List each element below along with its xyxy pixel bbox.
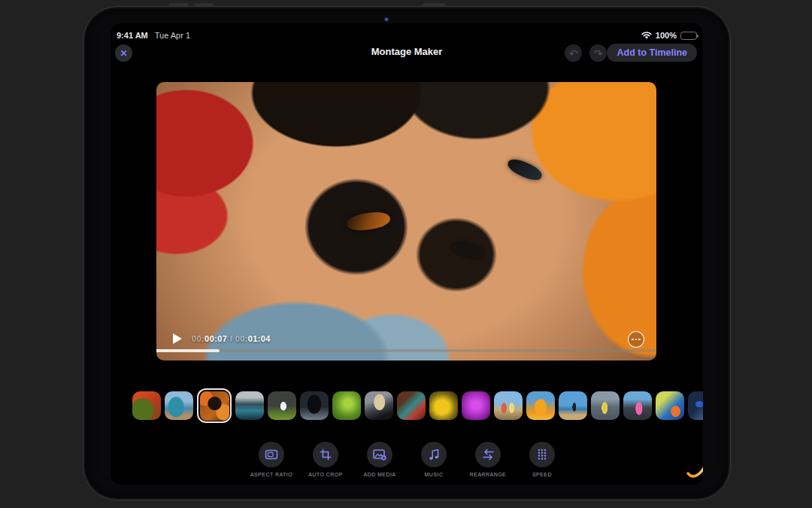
ellipsis-icon xyxy=(632,339,634,341)
toolbar-button-label: MUSIC xyxy=(425,472,444,477)
pencil-hover-arc-icon xyxy=(680,451,703,484)
more-options-button[interactable] xyxy=(628,331,644,348)
media-thumbnail-selected[interactable] xyxy=(197,388,232,423)
undo-button[interactable]: ↶ xyxy=(565,44,582,62)
status-bar: 9:41 AM Tue Apr 1 100% xyxy=(117,30,697,41)
toolbar-button-label: SPEED xyxy=(532,472,552,477)
music-icon xyxy=(421,442,447,467)
status-time: 9:41 AM xyxy=(117,31,148,40)
wifi-icon xyxy=(641,32,652,40)
media-thumbnail[interactable] xyxy=(300,391,329,420)
toolbar-button-aspect-ratio[interactable]: ASPECT RATIO xyxy=(250,442,293,477)
sunglasses-shape xyxy=(450,240,486,260)
status-date: Tue Apr 1 xyxy=(155,31,190,40)
media-thumbnail[interactable] xyxy=(591,391,620,420)
video-player[interactable]: 00:00:07 / 00:01:04 xyxy=(156,82,656,360)
undo-icon: ↶ xyxy=(569,47,578,59)
media-thumbnail[interactable] xyxy=(656,391,684,420)
redo-button[interactable]: ↷ xyxy=(589,44,607,62)
media-thumbnail-strip xyxy=(132,386,703,425)
navigation-bar: ✕ Montage Maker ↶ ↷ Add to Timeline xyxy=(115,44,698,63)
add-media-icon xyxy=(367,442,392,467)
page-background: 9:41 AM Tue Apr 1 100% ✕ xyxy=(0,0,812,508)
speed-icon xyxy=(529,442,555,467)
media-thumbnail[interactable] xyxy=(559,391,587,420)
media-thumbnail[interactable] xyxy=(397,391,426,420)
toolbar-button-rearrange[interactable]: REARRANGE xyxy=(466,442,510,477)
media-thumbnail[interactable] xyxy=(494,391,523,420)
toolbar-button-speed[interactable]: SPEED xyxy=(520,442,564,477)
sunglasses-shape xyxy=(505,156,544,184)
toolbar-button-label: AUTO CROP xyxy=(308,472,343,477)
screen: 9:41 AM Tue Apr 1 100% ✕ xyxy=(111,23,703,485)
battery-percent: 100% xyxy=(656,31,677,40)
toolbar-button-add-media[interactable]: ADD MEDIA xyxy=(358,442,401,477)
toolbar-button-auto-crop[interactable]: AUTO CROP xyxy=(304,442,347,477)
toolbar-button-label: ASPECT RATIO xyxy=(250,472,292,477)
toolbar-button-label: ADD MEDIA xyxy=(364,472,396,477)
media-thumbnail[interactable] xyxy=(165,391,193,420)
aspect-ratio-icon xyxy=(259,442,284,467)
redo-icon: ↷ xyxy=(594,47,603,59)
ipad-device: 9:41 AM Tue Apr 1 100% ✕ xyxy=(83,6,731,500)
progress-fill xyxy=(156,349,220,352)
sunglasses-shape xyxy=(345,210,390,233)
media-thumbnail[interactable] xyxy=(235,391,264,420)
media-thumbnail[interactable] xyxy=(132,391,161,420)
media-thumbnail[interactable] xyxy=(688,391,703,420)
add-to-timeline-button[interactable]: Add to Timeline xyxy=(607,44,697,62)
front-camera xyxy=(384,17,389,22)
toolbar: ASPECT RATIOAUTO CROPADD MEDIAMUSICREARR… xyxy=(111,442,703,477)
rearrange-icon xyxy=(475,442,501,467)
media-thumbnail[interactable] xyxy=(462,391,490,420)
play-icon[interactable] xyxy=(173,333,182,344)
toolbar-button-music[interactable]: MUSIC xyxy=(412,442,456,477)
media-thumbnail[interactable] xyxy=(332,391,361,420)
media-thumbnail[interactable] xyxy=(268,391,296,420)
battery-full-icon xyxy=(680,32,697,40)
media-thumbnail[interactable] xyxy=(365,391,393,420)
auto-crop-icon xyxy=(313,442,338,467)
progress-bar[interactable] xyxy=(156,349,656,352)
media-thumbnail[interactable] xyxy=(526,391,555,420)
toolbar-button-label: REARRANGE xyxy=(470,472,506,477)
media-thumbnail[interactable] xyxy=(623,391,652,420)
playback-time: 00:00:07 / 00:01:04 xyxy=(192,334,271,343)
media-thumbnail[interactable] xyxy=(429,391,458,420)
